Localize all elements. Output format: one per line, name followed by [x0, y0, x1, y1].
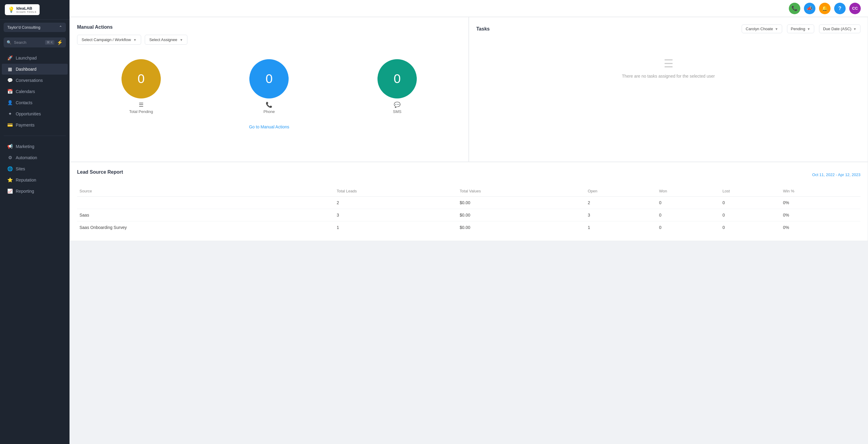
sidebar-item-reporting[interactable]: 📈 Reporting	[2, 186, 68, 197]
tasks-panel: Tasks Carolyn Choate ▼ Pending ▼ Due Dat…	[469, 17, 868, 162]
col-won: Won	[657, 186, 720, 197]
phone-button[interactable]: 📞	[789, 3, 800, 14]
conversations-icon: 💬	[7, 77, 13, 83]
automation-icon: ⚙	[7, 155, 13, 160]
content-area: Manual Actions Select Campaign / Workflo…	[69, 17, 868, 444]
total-pending-label-wrap: ☰ Total Pending	[129, 101, 153, 114]
cell-total_leads: 2	[334, 197, 457, 209]
logo-main: IdeaLAB	[16, 6, 37, 10]
phone-icon: 📞	[792, 5, 798, 11]
col-source: Source	[77, 186, 334, 197]
search-bar[interactable]: 🔍 Search ⌘ K ⚡	[4, 37, 66, 47]
total-pending-label: Total Pending	[129, 109, 153, 114]
sidebar-item-payments[interactable]: 💳 Payments	[2, 120, 68, 130]
tasks-assignee-filter[interactable]: Carolyn Choate ▼	[742, 25, 782, 33]
cell-total_values: $0.00	[457, 209, 585, 221]
stat-phone: 0 📞 Phone	[249, 59, 289, 114]
bell-icon: 🔔	[822, 5, 828, 11]
sidebar-item-launchpad[interactable]: 🚀 Launchpad	[2, 53, 68, 63]
lead-report-table: Source Total Leads Total Values Open Won…	[77, 186, 861, 233]
sidebar-label-marketing: Marketing	[16, 144, 34, 149]
sidebar-item-conversations[interactable]: 💬 Conversations	[2, 75, 68, 86]
sidebar-item-automation[interactable]: ⚙ Automation	[2, 152, 68, 163]
sidebar-item-calendars[interactable]: 📅 Calendars	[2, 86, 68, 97]
cell-open: 1	[585, 221, 657, 234]
tasks-status-filter[interactable]: Pending ▼	[787, 25, 814, 33]
col-open: Open	[585, 186, 657, 197]
sidebar-item-reputation[interactable]: ⭐ Reputation	[2, 175, 68, 186]
cell-total_leads: 3	[334, 209, 457, 221]
launchpad-icon: 🚀	[7, 55, 13, 61]
avatar-button[interactable]: CC	[849, 3, 861, 14]
sidebar-label-conversations: Conversations	[16, 78, 43, 83]
marketing-icon: 📢	[7, 144, 13, 149]
phone-stat-icon: 📞	[266, 101, 272, 108]
tasks-due-date-chevron: ▼	[853, 27, 857, 31]
col-total-values: Total Values	[457, 186, 585, 197]
tasks-due-date-label: Due Date (ASC)	[823, 27, 851, 31]
cell-won: 0	[657, 221, 720, 234]
lightning-icon[interactable]: ⚡	[57, 39, 63, 45]
cell-win_pct: 0%	[781, 221, 861, 234]
workspace-chevron: ⌃	[59, 25, 62, 30]
sidebar-item-sites[interactable]: 🌐 Sites	[2, 163, 68, 174]
sidebar-item-opportunities[interactable]: ✦ Opportunities	[2, 108, 68, 119]
lead-report-header: Lead Source Report Oct 11, 2022 - Apr 12…	[77, 169, 861, 180]
dashboard-grid: Manual Actions Select Campaign / Workflo…	[69, 17, 868, 162]
table-row: 2$0.002000%	[77, 197, 861, 209]
tasks-due-date-filter[interactable]: Due Date (ASC) ▼	[819, 25, 861, 33]
cell-lost: 0	[720, 221, 780, 234]
sidebar-label-calendars: Calendars	[16, 89, 35, 94]
cell-win_pct: 0%	[781, 209, 861, 221]
tasks-header: Tasks Carolyn Choate ▼ Pending ▼ Due Dat…	[476, 25, 861, 33]
cell-open: 3	[585, 209, 657, 221]
sites-icon: 🌐	[7, 166, 13, 171]
report-table-body: 2$0.002000%Saas3$0.003000%Saas Onboardin…	[77, 197, 861, 234]
manual-actions-panel: Manual Actions Select Campaign / Workflo…	[69, 17, 469, 162]
workspace-selector[interactable]: Taylor'd Consulting ⌃	[4, 23, 66, 32]
total-pending-value: 0	[137, 71, 145, 86]
campaign-workflow-filter[interactable]: Select Campaign / Workflow ▼	[77, 35, 141, 45]
sidebar-item-contacts[interactable]: 👤 Contacts	[2, 97, 68, 108]
go-to-manual-actions-link[interactable]: Go to Manual Actions	[249, 124, 289, 129]
cell-lost: 0	[720, 209, 780, 221]
sms-label: SMS	[393, 109, 401, 114]
avatar-initials: CC	[852, 6, 858, 10]
sms-label-wrap: 💬 SMS	[393, 101, 401, 114]
circle-total-pending: 0	[122, 59, 161, 98]
sms-stat-icon: 💬	[394, 101, 400, 108]
tasks-status-label: Pending	[791, 27, 805, 31]
manual-actions-filters: Select Campaign / Workflow ▼ Select Assi…	[77, 35, 461, 45]
sidebar-item-dashboard[interactable]: ▦ Dashboard	[2, 64, 68, 74]
campaign-workflow-label: Select Campaign / Workflow	[82, 37, 131, 42]
tasks-title: Tasks	[476, 26, 490, 32]
stats-circles: 0 ☰ Total Pending 0 📞	[77, 53, 461, 121]
reputation-icon: ⭐	[7, 177, 13, 183]
tasks-empty-state: ☰ There are no tasks assigned for the se…	[476, 39, 861, 97]
help-button[interactable]: ?	[834, 3, 846, 14]
notification-button[interactable]: 🔔	[819, 3, 831, 14]
col-win-pct: Win %	[781, 186, 861, 197]
total-pending-icon: ☰	[139, 101, 144, 108]
cell-source: Saas	[77, 209, 334, 221]
report-table-header-row: Source Total Leads Total Values Open Won…	[77, 186, 861, 197]
sidebar-item-marketing[interactable]: 📢 Marketing	[2, 141, 68, 152]
campaign-chevron-icon: ▼	[133, 38, 136, 42]
assignee-filter[interactable]: Select Assignee ▼	[145, 35, 187, 45]
report-table-head: Source Total Leads Total Values Open Won…	[77, 186, 861, 197]
contacts-icon: 👤	[7, 100, 13, 105]
payments-icon: 💳	[7, 122, 13, 128]
stat-total-pending: 0 ☰ Total Pending	[122, 59, 161, 114]
megaphone-button[interactable]: 📣	[804, 3, 815, 14]
megaphone-icon: 📣	[807, 5, 813, 11]
stat-sms: 0 💬 SMS	[377, 59, 417, 114]
cell-total_leads: 1	[334, 221, 457, 234]
circle-sms: 0	[377, 59, 417, 98]
cell-won: 0	[657, 197, 720, 209]
col-lost: Lost	[720, 186, 780, 197]
lead-report-date-range[interactable]: Oct 11, 2022 - Apr 12, 2023	[812, 172, 861, 177]
reporting-icon: 📈	[7, 188, 13, 194]
cell-total_values: $0.00	[457, 221, 585, 234]
col-total-leads: Total Leads	[334, 186, 457, 197]
sidebar-label-payments: Payments	[16, 123, 34, 127]
